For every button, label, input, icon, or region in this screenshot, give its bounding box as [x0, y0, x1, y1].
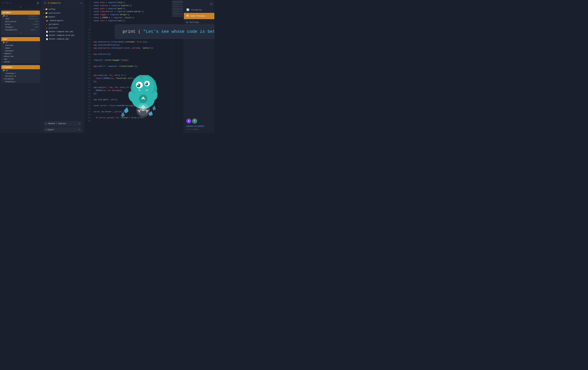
- svg-point-6: [137, 84, 139, 86]
- user-table-name: user: [3, 38, 8, 40]
- tab-icon-2[interactable]: ≡: [4, 2, 6, 4]
- user-field-password: password: [1, 49, 40, 52]
- pk-icon: 🔑: [3, 70, 5, 72]
- minimap-line: [172, 16, 183, 17]
- shipment-field-delivery: delivery_st: [1, 75, 40, 77]
- export-dropdown[interactable]: ⬆ Export ▼: [43, 127, 82, 132]
- print-statement: print ( "Let's see whose code is better"…: [123, 29, 214, 34]
- tab-icon-4[interactable]: ⤢: [9, 2, 11, 4]
- sidebar-item-code-preview[interactable]: Code Preview: [184, 13, 214, 19]
- contact-support-link[interactable]: Contact to support: [186, 125, 212, 127]
- collapse-middle-panel-button[interactable]: ◀: [43, 1, 47, 5]
- shipment-table-header[interactable]: shipment: [1, 65, 40, 69]
- minimap-line: [172, 7, 183, 7]
- folder-name-models: models: [49, 16, 55, 18]
- avatar-user2[interactable]: T: [192, 119, 197, 123]
- tree-item-devyml[interactable]: 📄 docker-compose.dev.yml: [41, 30, 84, 33]
- nullable-indicator: n: [3, 56, 4, 57]
- minimap-line: [172, 15, 183, 16]
- tech-stack-label: NodeJS / Express: [48, 123, 66, 125]
- tree-item-yml[interactable]: 📄 docker-compose.yml: [41, 37, 84, 41]
- left-panel-header: + ≡ ⊡ ⤢ ◀: [0, 0, 41, 6]
- info-icon: ℹ: [36, 12, 36, 14]
- shipment-field-tracking: tracking_n: [1, 72, 40, 75]
- chevron-right-icon: ▶: [43, 8, 44, 10]
- code-line-21: [94, 62, 169, 65]
- tree-item-prodenv[interactable]: ⚙ .prod.env: [41, 26, 84, 30]
- chevron-right-icon: ▶: [43, 12, 44, 14]
- sidebar-item-changelog[interactable]: 🔄 Changelog: [184, 7, 214, 13]
- export-left: ⬆ Export: [45, 129, 54, 131]
- code-line-18: app.use(cors());: [94, 53, 169, 56]
- print-fn: print: [123, 29, 138, 34]
- user-field-email: email: [1, 47, 40, 49]
- code-line-4: const cookieParser = require('cookie-par…: [94, 10, 169, 13]
- file-name-devyml: docker-compose.dev.yml: [49, 31, 73, 33]
- field-name: name STRING(255): [1, 17, 40, 20]
- minimap-line: [172, 1, 183, 1]
- shipment-table-name: shipment: [3, 66, 12, 68]
- row-number: 9: [0, 6, 41, 9]
- tree-item-models[interactable]: ▶ 📁 models: [41, 15, 84, 19]
- folder-name-config: config: [49, 8, 55, 11]
- chevron-down-icon: ▼: [79, 123, 80, 125]
- user-table-card: user 🔑 id username email password: [1, 37, 40, 63]
- file-name-prodenv: .prod.env: [48, 27, 58, 29]
- minimap-line: [172, 4, 183, 4]
- file-name-dockerignore: .dockerignore: [49, 20, 63, 22]
- print-string: "Let's see whose code is better": [143, 29, 214, 34]
- minimap-line: [172, 6, 183, 7]
- user-field-phone: n phone_num: [1, 55, 40, 58]
- svg-marker-18: [152, 106, 156, 111]
- tree-item-config[interactable]: ▶ 📁 config: [41, 7, 84, 11]
- left-panel: + ≡ ⊡ ⤢ ◀ 9 product ℹ ⋯ 🔑: [0, 0, 41, 133]
- product-table-header[interactable]: product ℹ ⋯: [1, 11, 40, 15]
- minimap-line: [172, 11, 183, 12]
- expand-icon: ⋯: [37, 12, 38, 14]
- minimap-line: [172, 9, 183, 9]
- minimap-line: [172, 15, 179, 15]
- tree-item-controllers[interactable]: ▶ 📁 controllers: [41, 11, 84, 15]
- minimap-line: [172, 8, 179, 8]
- nullable-indicator: n: [3, 61, 4, 63]
- far-right-sidebar: ▶ 🔄 Changelog Code Preview ⚙ Settings A …: [184, 0, 214, 133]
- tech-stack-dropdown[interactable]: ⬡ NodeJS / Express ▼: [43, 121, 82, 126]
- left-arrow-icon: ◀: [44, 2, 45, 4]
- user-table-header[interactable]: user: [1, 37, 40, 41]
- panel-title: E-Commerce: [48, 2, 61, 4]
- svg-point-8: [140, 76, 144, 79]
- expand-right-panel-button[interactable]: ▶: [210, 2, 213, 6]
- yml-file-icon: 📄: [46, 31, 48, 33]
- minimap-line: [172, 14, 183, 15]
- field-id: 🔑 id INTEGER(11): [1, 15, 40, 17]
- minimap-line: [172, 5, 179, 6]
- close-middle-panel-button[interactable]: ✕: [80, 1, 82, 5]
- minimap-line: [172, 4, 183, 5]
- product-table-card: product ℹ ⋯ 🔑 id INTEGER(11) name STRING…: [1, 11, 40, 35]
- nullable-indicator: n: [3, 58, 4, 60]
- left-panel-tabs: + ≡ ⊡ ⤢: [2, 2, 11, 4]
- chevron-down-icon: ▼: [79, 129, 80, 131]
- product-table-icons: ℹ ⋯: [36, 12, 38, 14]
- sidebar-item-settings[interactable]: ⚙ Settings: [184, 19, 214, 25]
- minimap-line: [172, 12, 183, 12]
- app-container: + ≡ ⊡ ⤢ ◀ 9 product ℹ ⋯ 🔑: [0, 0, 214, 133]
- header-left: ◀ E-Commerce: [43, 1, 61, 5]
- file-name-gitignore: .gitignore: [48, 23, 59, 25]
- minimap-line: [172, 11, 183, 11]
- collapse-left-panel-button[interactable]: ◀: [36, 1, 39, 5]
- code-line-22: app.use('/', require('./routes/index'));: [94, 65, 169, 68]
- sidebar-top-controls: ▶: [184, 1, 214, 7]
- user-field-gender: n gender: [1, 61, 40, 63]
- add-field-button[interactable]: +: [1, 31, 40, 35]
- tab-icon-1[interactable]: +: [2, 2, 3, 4]
- tab-icon-3[interactable]: ⊡: [7, 2, 8, 4]
- tree-item-dockerignore[interactable]: 🐳 .dockerignore: [41, 19, 84, 22]
- shipment-field-id: 🔑 id: [1, 69, 40, 72]
- tree-item-prodyml[interactable]: 📄 docker-compose.prod.yml: [41, 33, 84, 37]
- avatar-user1[interactable]: A: [186, 119, 191, 123]
- tree-item-gitignore[interactable]: ⊛ .gitignore: [41, 22, 84, 26]
- middle-panel: ◀ E-Commerce ✕ ▶ 📁 config ▶ 📁 controller…: [41, 0, 84, 133]
- user-field-address: n address: [1, 52, 40, 55]
- env-file-icon: ⚙: [46, 27, 47, 29]
